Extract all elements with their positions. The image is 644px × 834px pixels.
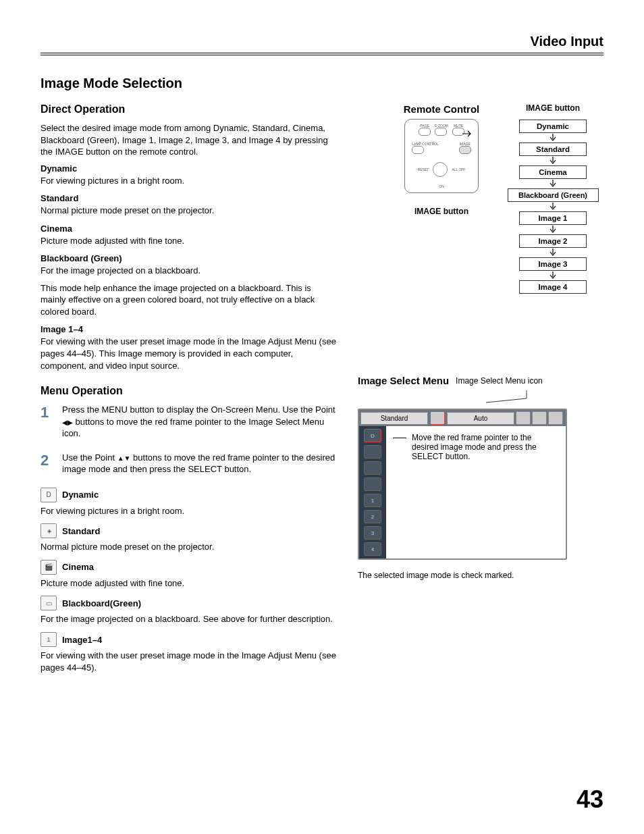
menu-standard-cell: Standard (360, 412, 428, 425)
flowchart-heading: IMAGE button (502, 103, 603, 113)
flow-box: Image 4 (519, 280, 587, 294)
direct-op-intro: Select the desired image mode from among… (41, 122, 338, 158)
flow-box: Standard (519, 142, 587, 156)
mode-blackboard-title: Blackboard (Green) (41, 253, 338, 263)
menu-top-icon (532, 411, 547, 425)
blackboard-icon (41, 596, 57, 610)
menu-top-icon (516, 411, 531, 425)
flow-box: Dynamic (519, 120, 587, 133)
arrow-down-icon (502, 156, 603, 165)
arrow-down-icon (502, 202, 603, 211)
up-down-icon (117, 452, 131, 463)
pointer-line-icon (486, 390, 567, 404)
menu-top-icon (548, 411, 563, 425)
section-header: Video Input (530, 34, 603, 49)
mode-image14-desc: For viewing with the user preset image m… (41, 336, 338, 371)
mode-standard-title: Standard (41, 193, 338, 203)
menu-side-icon (364, 477, 381, 491)
menu-cinema-title: Cinema (62, 562, 94, 572)
menu-top-icon (430, 411, 445, 425)
menu-side-icon: 2 (364, 510, 381, 523)
step-1-num: 1 (41, 404, 54, 445)
page-number: 43 (576, 785, 603, 814)
menu-side-icon (364, 445, 381, 459)
dynamic-icon (41, 488, 57, 502)
rule (41, 53, 603, 53)
menu-operation-heading: Menu Operation (41, 385, 338, 397)
flow-box: Cinema (519, 165, 587, 179)
menu-blackboard-desc: For the image projected on a blackboard.… (41, 613, 338, 625)
mode-blackboard-desc1: For the image projected on a blackboard. (41, 265, 338, 277)
mode-image14-title: Image 1–4 (41, 324, 338, 334)
menu-dynamic-desc: For viewing pictures in a bright room. (41, 505, 338, 517)
arrow-down-icon (502, 248, 603, 257)
menu-note-text: Move the red frame pointer to the desire… (412, 433, 559, 461)
standard-icon (41, 523, 57, 538)
menu-side-icon: 1 (364, 494, 381, 507)
flow-box: Image 1 (519, 211, 587, 225)
check-note: The selected image mode is check marked. (358, 571, 603, 580)
cinema-icon (41, 560, 57, 575)
image14-icon (41, 632, 57, 647)
mode-standard-desc: Normal picture mode preset on the projec… (41, 205, 338, 217)
arrow-right-icon (462, 130, 473, 137)
main-heading: Image Mode Selection (41, 76, 603, 91)
menu-standard-title: Standard (62, 526, 100, 536)
mode-dynamic-desc: For viewing pictures in a bright room. (41, 175, 338, 187)
menu-side-icon: 3 (364, 526, 381, 540)
menu-auto-cell: Auto (447, 412, 514, 425)
arrow-down-icon (502, 133, 603, 142)
mode-dynamic-title: Dynamic (41, 163, 338, 174)
flow-box: Image 3 (519, 257, 587, 271)
menu-image14-title: Image1–4 (62, 635, 102, 645)
step-2-text: Use the Point buttons to move the red fr… (62, 452, 338, 475)
menu-cinema-desc: Picture mode adjusted with fine tone. (41, 577, 338, 590)
flow-box: Blackboard (Green) (508, 188, 599, 202)
direct-operation-heading: Direct Operation (41, 103, 338, 115)
callout-line (393, 438, 406, 461)
mode-blackboard-desc2: This mode help enhance the image project… (41, 282, 338, 318)
menu-standard-desc: Normal picture mode preset on the projec… (41, 541, 338, 553)
menu-image14-desc: For viewing with the user preset image m… (41, 650, 338, 673)
mode-cinema-desc: Picture mode adjusted with fine tone. (41, 235, 338, 247)
step-1-text: Press the MENU button to display the On-… (62, 404, 338, 440)
menu-diagram-caption: Image Select Menu icon (456, 376, 543, 386)
left-right-icon (62, 417, 73, 427)
menu-screenshot: Standard Auto D1234 (358, 409, 567, 560)
menu-blackboard-title: Blackboard(Green) (62, 598, 141, 608)
menu-side-icon (364, 461, 381, 475)
rule (41, 55, 603, 55)
arrow-down-icon (502, 271, 603, 280)
menu-dynamic-title: Dynamic (62, 490, 99, 500)
mode-cinema-title: Cinema (41, 224, 338, 234)
menu-side-icon: 4 (364, 542, 381, 556)
step-2-num: 2 (41, 452, 54, 481)
menu-diagram-heading: Image Select Menu (358, 375, 449, 386)
arrow-down-icon (502, 225, 603, 234)
flow-box: Image 2 (519, 234, 587, 248)
arrow-down-icon (502, 179, 603, 188)
menu-side-icon: D (364, 429, 381, 442)
remote-caption: IMAGE button (394, 207, 489, 216)
remote-heading: Remote Control (394, 103, 489, 115)
